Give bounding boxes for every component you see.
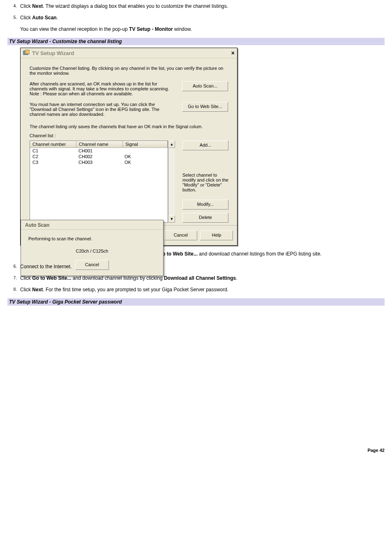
auto-scan-progress: C20ch / C125ch: [28, 249, 156, 253]
channel-list-table[interactable]: Channel number Channel name Signal C1 CH…: [30, 140, 168, 223]
step-8-text: Click Next. For the first time setup, yo…: [20, 287, 228, 292]
tv-setup-wizard-dialog: TV Setup Wizard × Customize the Channel …: [20, 48, 238, 246]
scroll-down-icon[interactable]: ▼: [168, 215, 175, 223]
wizard-save-note: The channel listing only saves the chann…: [30, 124, 228, 129]
step-7-text: Click Go to Web Site... and download cha…: [20, 275, 238, 281]
wizard-scan-text: After channels are scanned, an OK mark s…: [30, 81, 169, 96]
table-row[interactable]: C1 CH001: [30, 148, 168, 154]
wizard-icon: [23, 50, 30, 56]
wizard-web-text: You must have an internet connection set…: [30, 102, 169, 117]
col-header-signal[interactable]: Signal: [123, 141, 168, 147]
step-5-text: Click Auto Scan.: [20, 15, 58, 21]
table-row[interactable]: C2 CH002 OK: [30, 154, 168, 159]
scroll-up-icon[interactable]: ▲: [168, 140, 175, 148]
step-6-text: Connect to the Internet.: [20, 264, 71, 269]
table-row[interactable]: C3 CH003 OK: [30, 159, 168, 165]
auto-scan-title: Auto Scan: [21, 220, 163, 230]
cancel-button[interactable]: Cancel: [164, 230, 197, 240]
add-button[interactable]: Add...: [182, 140, 228, 150]
col-header-name[interactable]: Channel name: [76, 141, 123, 147]
svg-rect-1: [25, 50, 30, 54]
go-to-web-site-button[interactable]: Go to Web Site...: [182, 102, 228, 112]
section-heading-customize: TV Setup Wizard - Customize the channel …: [7, 38, 385, 45]
section-heading-password: TV Setup Wizard - Giga Pocket Server pas…: [7, 298, 385, 306]
modify-help-text: Select channel to modify and click on th…: [182, 173, 228, 192]
close-icon[interactable]: ×: [231, 50, 235, 56]
help-button[interactable]: Help: [200, 230, 233, 240]
scrollbar[interactable]: ▲ ▼: [168, 140, 175, 223]
channel-list-label: Channel list :: [30, 133, 228, 138]
auto-scan-button[interactable]: Auto Scan...: [182, 81, 228, 91]
step-5-subpara: You can view the channel reception in th…: [20, 26, 392, 32]
col-header-number[interactable]: Channel number: [30, 141, 76, 147]
step-4-text: Click Next. The wizard displays a dialog…: [20, 3, 228, 9]
wizard-title: TV Setup Wizard: [32, 50, 74, 56]
wizard-intro: Customize the Channel listing. By clicki…: [30, 66, 228, 76]
auto-scan-message: Performing to scan the channel.: [28, 236, 156, 241]
delete-button[interactable]: Delete: [182, 213, 228, 223]
modify-button[interactable]: Modify...: [182, 200, 228, 210]
